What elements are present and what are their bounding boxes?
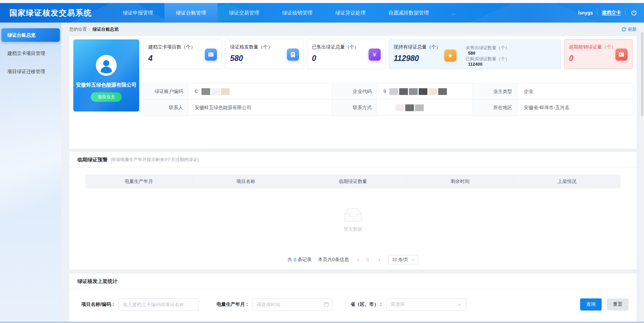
sidebar-item-project-filing[interactable]: 建档立卡项目管理 bbox=[1, 46, 60, 60]
owner-role-badge: 项目业主 bbox=[91, 92, 122, 102]
expired-card-icon bbox=[615, 49, 628, 61]
date-filter-group: 电量生产年月： bbox=[217, 298, 332, 311]
prev-page-icon[interactable] bbox=[354, 258, 362, 262]
chevron-down-icon bbox=[411, 258, 415, 262]
company-name: 安徽蚌五绿色能源有限公司 bbox=[73, 82, 139, 88]
enterprise-code-value: 9 bbox=[376, 84, 472, 100]
table-row: 绿证账户编码 C 企业代码 9 业主类型 企业 bbox=[144, 84, 633, 100]
date-picker-input[interactable] bbox=[252, 298, 332, 311]
panel-header: 临期绿证预警 (依据电量生产年月提示剩余3个月过期的绿证) bbox=[69, 152, 637, 168]
owner-type-value: 企业 bbox=[517, 84, 632, 100]
account-code-value: C bbox=[188, 84, 332, 100]
panel-header: 绿证核发上架统计 bbox=[69, 273, 637, 289]
window-top-strip bbox=[0, 0, 644, 3]
app-screen: 国家绿证核发交易系统 绿证申报管理 绿证台账管理 绿证交易管理 绿证核销管理 绿… bbox=[0, 0, 644, 323]
empty-text: 暂无数据 bbox=[344, 226, 363, 232]
province-select[interactable]: 请选择 bbox=[386, 298, 466, 311]
nav-item-trade[interactable]: 绿证交易管理 bbox=[218, 3, 271, 23]
page-size-value: 10 条/页 bbox=[392, 257, 408, 263]
panel-title: 绿证核发上架统计 bbox=[77, 278, 118, 285]
province-select-value: 请选择 bbox=[390, 301, 405, 308]
search-button[interactable]: 查询 bbox=[580, 298, 602, 311]
total-prefix: 共 bbox=[288, 257, 292, 263]
pagination: 共 0 条记录 本页共0条信息 0 10 条/页 bbox=[69, 250, 637, 269]
stat-card-filed-projects: 建档立卡项目数（个） 4 bbox=[143, 39, 222, 69]
nav-item-dispute[interactable]: 绿证异议处理 bbox=[324, 3, 377, 23]
avatar bbox=[96, 55, 117, 76]
stat-sub-block: 未售出绿证数量（个） 580 已购买绿证数量（个） 112400 bbox=[466, 44, 509, 67]
sub-stat-value: 580 bbox=[466, 51, 509, 56]
nav-item-writeoff[interactable]: 绿证核销管理 bbox=[271, 3, 324, 23]
nav-item-ledger[interactable]: 绿证台账管理 bbox=[164, 3, 218, 23]
medal-icon: ★ bbox=[444, 50, 456, 62]
region-filter-label: 省（区、市）： bbox=[350, 301, 383, 308]
quick-link[interactable]: 建档立卡 bbox=[602, 10, 621, 16]
stat-card-sold-certs: 已售出绿证总量（个） 0 ¥ bbox=[307, 39, 386, 69]
nav-divider bbox=[625, 10, 626, 15]
star-glyph: ★ bbox=[448, 53, 453, 59]
account-code-label: 绿证账户编码 bbox=[144, 84, 188, 100]
column-production-month: 电量生产年月 bbox=[85, 179, 192, 185]
person-icon bbox=[97, 56, 116, 75]
table-header-row: 电量生产年月 项目名称 临期绿证数量 剩余时间 上架情况 bbox=[85, 174, 620, 189]
enterprise-code-label: 企业代码 bbox=[332, 84, 376, 100]
page-number[interactable]: 0 bbox=[365, 257, 371, 262]
refresh-icon bbox=[621, 27, 626, 32]
contact-phone-label: 联系方式 bbox=[332, 100, 376, 116]
refresh-button[interactable]: 刷新 bbox=[621, 26, 637, 32]
id-card-icon bbox=[205, 49, 217, 61]
sidebar-item-ledger-overview[interactable]: 绿证台账总览 bbox=[1, 28, 60, 42]
power-icon bbox=[631, 9, 637, 16]
record-total: 共 0 条记录 bbox=[288, 257, 312, 263]
contact-person-value: 安徽蚌五绿色能源有限公司 bbox=[188, 100, 332, 116]
column-listing-status: 上架情况 bbox=[514, 179, 620, 185]
calendar-icon[interactable] bbox=[324, 302, 329, 307]
region-label: 所在地区 bbox=[472, 100, 517, 116]
panel-note: (依据电量生产年月提示剩余3个月过期的绿证) bbox=[110, 157, 199, 163]
empty-state: 暂无数据 bbox=[69, 189, 637, 250]
stat-card-issued-certs: 绿证核发数量（个） 580 bbox=[225, 39, 304, 69]
logout-button[interactable] bbox=[631, 9, 637, 16]
redacted-block bbox=[201, 88, 230, 95]
project-search-input[interactable] bbox=[118, 298, 198, 311]
sidebar: 绿证台账总览 建档立卡项目管理 项目绿证迁移管理 bbox=[0, 23, 61, 323]
stat-label: 现持有绿证总量（个） bbox=[394, 44, 441, 50]
next-page-icon[interactable] bbox=[375, 258, 383, 262]
panel-title: 临期绿证预警 bbox=[77, 157, 108, 163]
sub-stat-label: 未售出绿证数量（个） bbox=[466, 45, 509, 51]
yuan-glyph: ¥ bbox=[373, 52, 376, 58]
page-summary: 本页共0条信息 bbox=[318, 257, 349, 263]
owner-type-label: 业主类型 bbox=[472, 84, 517, 100]
issuance-stats-panel: 绿证核发上架统计 项目名称/编码： 电量生产年月： bbox=[69, 273, 637, 323]
column-expiring-count: 临期绿证数量 bbox=[300, 179, 407, 185]
money-icon: ¥ bbox=[369, 49, 381, 61]
total-suffix: 条记录 bbox=[298, 257, 312, 263]
stat-main: 现持有绿证总量（个） 112980 bbox=[394, 44, 441, 63]
redacted-block bbox=[395, 104, 424, 111]
account-code-text: C bbox=[195, 88, 198, 94]
breadcrumb: 您的位置： 绿证台账总览 刷新 bbox=[69, 23, 637, 36]
scrollbar-thumb[interactable] bbox=[641, 32, 643, 116]
sidebar-item-cert-migration[interactable]: 项目绿证迁移管理 bbox=[1, 65, 60, 78]
sub-stat-label: 已购买绿证数量（个） bbox=[466, 56, 509, 62]
stat-card-held-certs: 现持有绿证总量（个） 112980 ★ 未售出绿证数量（个） 580 已购买绿证… bbox=[389, 39, 561, 69]
expiring-certs-panel: 临期绿证预警 (依据电量生产年月提示剩余3个月过期的绿证) 电量生产年月 项目名… bbox=[69, 152, 637, 269]
enterprise-code-text: 9 bbox=[383, 88, 386, 94]
page-size-select[interactable]: 10 条/页 bbox=[388, 255, 418, 264]
overview-panel: 安徽蚌五绿色能源有限公司 项目业主 建档立卡项目数（个） 4 绿 bbox=[69, 36, 637, 149]
nav-item-more[interactable]: ... bbox=[440, 3, 467, 23]
date-filter-label: 电量生产年月： bbox=[217, 301, 250, 308]
company-card: 安徽蚌五绿色能源有限公司 项目业主 bbox=[73, 39, 139, 111]
refresh-label: 刷新 bbox=[628, 26, 637, 32]
empty-box-icon bbox=[341, 206, 365, 223]
username[interactable]: lsnygs bbox=[578, 10, 593, 15]
column-time-left: 剩余时间 bbox=[407, 179, 514, 185]
region-filter-group: 省（区、市）： 请选择 bbox=[350, 298, 466, 311]
reset-button[interactable]: 重置 bbox=[607, 298, 629, 311]
stat-cards-row: 建档立卡项目数（个） 4 绿证核发数量（个） 580 bbox=[143, 39, 633, 69]
nav-item-ccer[interactable]: 自愿减排数据管理 bbox=[377, 3, 440, 23]
nav-divider bbox=[597, 10, 598, 15]
chevron-down-icon bbox=[458, 302, 462, 306]
vertical-scrollbar[interactable] bbox=[640, 23, 644, 323]
nav-item-declare[interactable]: 绿证申报管理 bbox=[111, 3, 164, 23]
